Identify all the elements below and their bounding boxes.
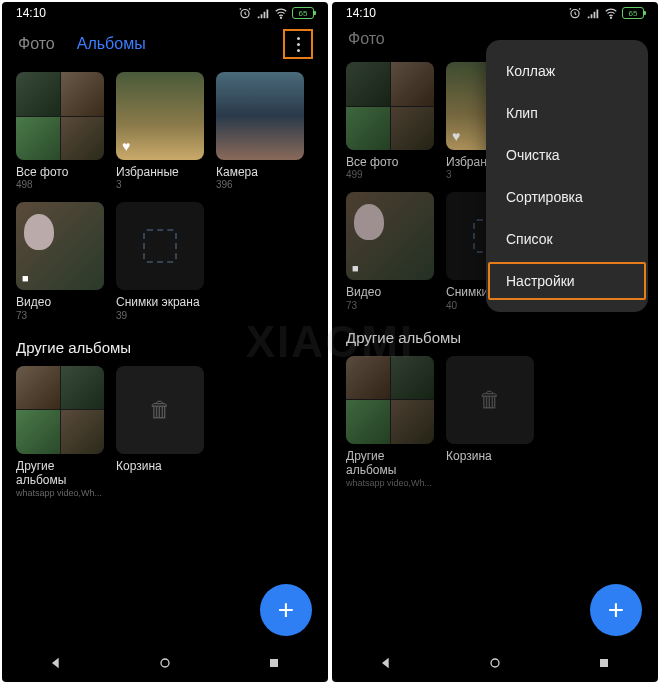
nav-recent-icon[interactable] [266,655,282,671]
status-bar: 14:10 65 [332,2,658,22]
nav-home-icon[interactable] [487,655,503,671]
trash-icon: 🗑 [116,366,204,454]
album-video[interactable]: ■ Видео 73 [346,192,434,310]
album-other[interactable]: Другие альбомы whatsapp video,Wh... [346,356,434,488]
more-menu-button[interactable] [284,30,312,58]
tab-photo[interactable]: Фото [18,35,55,53]
menu-sort[interactable]: Сортировка [486,176,648,218]
menu-settings[interactable]: Настройки [486,260,648,302]
nav-recent-icon[interactable] [596,655,612,671]
android-nav [2,644,328,682]
status-icons: 65 [238,6,314,20]
video-icon: ■ [22,272,29,284]
battery-icon: 65 [292,7,314,19]
top-tabs: Фото Альбомы [2,22,328,66]
album-trash[interactable]: 🗑 Корзина [116,366,204,498]
wifi-icon [604,6,618,20]
album-count: 73 [16,310,104,321]
alarm-icon [238,6,252,20]
status-bar: 14:10 65 [2,2,328,22]
clock: 14:10 [346,6,376,20]
signal-icon [586,6,600,20]
album-all-photos[interactable]: Все фото 498 [16,72,104,190]
album-count: 499 [346,169,434,180]
menu-collage[interactable]: Коллаж [486,50,648,92]
album-label: Корзина [446,449,534,463]
android-nav [332,644,658,682]
phone-right: 14:10 65 Фото Все фото 499 ♥ Избранные 3 [332,2,658,682]
album-all-photos[interactable]: Все фото 499 [346,62,434,180]
tab-photo[interactable]: Фото [348,30,385,48]
album-label: Все фото [16,165,104,179]
wifi-icon [274,6,288,20]
album-label: Избранные [116,165,204,179]
album-label: Снимки экрана [116,295,204,309]
add-album-fab[interactable]: + [260,584,312,636]
nav-back-icon[interactable] [48,655,64,671]
video-icon: ■ [352,262,359,274]
svg-rect-7 [600,659,608,667]
album-count: 498 [16,179,104,190]
svg-point-5 [610,17,611,18]
menu-clip[interactable]: Клип [486,92,648,134]
album-favorites[interactable]: ♥ Избранные 3 [116,72,204,190]
menu-list[interactable]: Список [486,218,648,260]
album-sub: whatsapp video,Wh... [16,488,104,498]
overflow-menu: Коллаж Клип Очистка Сортировка Список На… [486,40,648,312]
trash-icon: 🗑 [446,356,534,444]
svg-point-6 [491,659,499,667]
alarm-icon [568,6,582,20]
album-camera[interactable]: Камера 396 [216,72,304,190]
tab-albums[interactable]: Альбомы [77,35,146,53]
album-count: 3 [116,179,204,190]
album-count: 39 [116,310,204,321]
menu-cleanup[interactable]: Очистка [486,134,648,176]
album-count: 73 [346,300,434,311]
album-video[interactable]: ■ Видео 73 [16,202,104,320]
album-label: Видео [16,295,104,309]
album-sub: whatsapp video,Wh... [346,478,434,488]
battery-icon: 65 [622,7,644,19]
album-label: Видео [346,285,434,299]
album-label: Корзина [116,459,204,473]
album-label: Другие альбомы [346,449,434,478]
svg-point-2 [161,659,169,667]
clock: 14:10 [16,6,46,20]
album-label: Другие альбомы [16,459,104,488]
album-count: 396 [216,179,304,190]
album-screenshots[interactable]: Снимки экрана 39 [116,202,204,320]
nav-back-icon[interactable] [378,655,394,671]
status-icons: 65 [568,6,644,20]
nav-home-icon[interactable] [157,655,173,671]
heart-icon: ♥ [122,138,130,154]
section-other-albums: Другие альбомы [346,329,644,346]
album-other[interactable]: Другие альбомы whatsapp video,Wh... [16,366,104,498]
album-label: Все фото [346,155,434,169]
section-other-albums: Другие альбомы [16,339,314,356]
svg-point-1 [280,17,281,18]
heart-icon: ♥ [452,128,460,144]
phone-left: 14:10 65 Фото Альбомы Все фото 498 ♥ Изб… [2,2,328,682]
album-trash[interactable]: 🗑 Корзина [446,356,534,488]
albums-content: Все фото 498 ♥ Избранные 3 Камера 396 ■ … [2,66,328,644]
add-album-fab[interactable]: + [590,584,642,636]
album-label: Камера [216,165,304,179]
svg-rect-3 [270,659,278,667]
signal-icon [256,6,270,20]
